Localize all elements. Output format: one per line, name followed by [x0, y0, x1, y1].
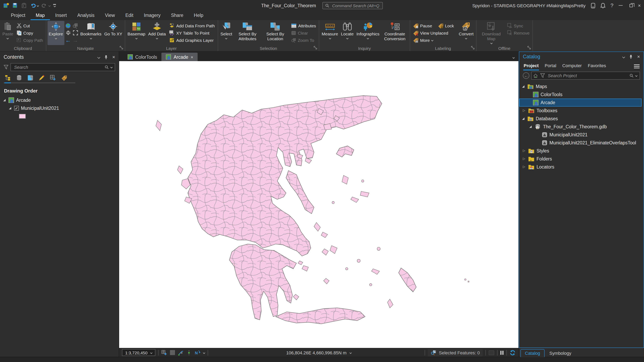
basemap-button[interactable]: Basemap	[126, 21, 147, 45]
next-extent-button[interactable]: →	[72, 37, 79, 43]
save-project-as-icon[interactable]	[12, 2, 18, 8]
clear-selection-status-icon[interactable]	[489, 350, 494, 355]
catalog-item-toolboxes[interactable]: ▷ Toolboxes	[519, 107, 642, 115]
more-labeling-button[interactable]: More	[411, 37, 456, 43]
select-button[interactable]: Select	[219, 21, 233, 45]
catalog-item-locators[interactable]: ▷ Locators	[519, 163, 642, 171]
notifications-bell-icon[interactable]	[600, 2, 605, 8]
add-graphics-layer-button[interactable]: Add Graphics Layer	[168, 37, 216, 43]
command-search-input[interactable]	[331, 2, 380, 8]
copy-path-button[interactable]: Copy Path	[15, 37, 45, 43]
restore-button[interactable]	[630, 4, 633, 7]
tab-insert[interactable]: Insert	[50, 11, 72, 20]
undo-button[interactable]	[30, 2, 39, 8]
expander-icon[interactable]	[3, 99, 6, 101]
search-options-icon[interactable]	[110, 66, 112, 68]
close-view-icon[interactable]: ×	[191, 54, 194, 59]
paste-button[interactable]: Paste	[1, 21, 14, 45]
north-rotation-icon[interactable]: N	[194, 350, 201, 355]
package-project-icon[interactable]	[21, 2, 27, 8]
locate-button[interactable]: Locate	[340, 21, 355, 45]
customize-qat-button[interactable]	[53, 4, 56, 7]
new-map-grid-icon[interactable]	[162, 350, 167, 355]
pause-labeling-button[interactable]: Pause	[411, 22, 434, 29]
add-data-button[interactable]: Add Data	[147, 21, 167, 45]
navigate-dialog-launcher-icon[interactable]	[120, 45, 123, 50]
tab-project[interactable]: Project	[6, 11, 30, 20]
measure-button[interactable]: Measure	[320, 21, 339, 45]
expander-icon[interactable]	[529, 125, 532, 128]
select-by-attributes-button[interactable]: Select By Attributes	[234, 21, 261, 45]
previous-extent-button[interactable]: ←	[64, 37, 72, 43]
view-tab-arcade[interactable]: Arcade ×	[162, 53, 198, 61]
selected-features-indicator[interactable]: Selected Features: 0	[428, 349, 482, 356]
labeling-dialog-launcher-icon[interactable]	[471, 45, 474, 50]
constraints-icon[interactable]	[186, 350, 192, 355]
layer-symbol-row[interactable]	[0, 112, 119, 120]
contents-search-input[interactable]	[13, 64, 103, 70]
tab-overflow-icon[interactable]	[512, 56, 514, 58]
layer-visibility-checkbox[interactable]: ✓	[14, 106, 19, 111]
close-panel-icon[interactable]: ×	[112, 54, 115, 60]
tab-help[interactable]: Help	[188, 11, 208, 20]
list-by-snapping-tab[interactable]	[50, 75, 56, 83]
expander-icon[interactable]: ▷	[522, 165, 526, 169]
list-by-data-source-tab[interactable]	[16, 75, 22, 83]
tab-view[interactable]: View	[100, 11, 120, 20]
bottom-tab-symbology[interactable]: Symbology	[546, 350, 575, 357]
contents-search-box[interactable]	[10, 63, 115, 71]
panel-menu-icon[interactable]	[622, 55, 625, 58]
list-by-drawing-order-tab[interactable]	[4, 75, 11, 83]
convert-labels-button[interactable]: A Convert	[458, 21, 475, 45]
list-by-selection-tab[interactable]	[27, 75, 34, 83]
expander-icon[interactable]	[522, 117, 524, 120]
expander-icon[interactable]	[522, 85, 524, 88]
remove-offline-button[interactable]: Remove	[505, 29, 531, 36]
catalog-tab-favorites[interactable]: Favorites	[588, 62, 606, 70]
expander-icon[interactable]: ▷	[522, 149, 526, 152]
catalog-item-styles[interactable]: ▷ Styles	[519, 147, 642, 155]
catalog-item-arcade[interactable]: Arcade	[519, 98, 642, 107]
view-unplaced-button[interactable]: View Unplaced	[411, 29, 456, 36]
view-tab-colortools[interactable]: ColorTools	[123, 53, 162, 61]
catalog-item-colortools[interactable]: ColorTools	[519, 90, 642, 98]
grid-view-icon[interactable]	[170, 350, 175, 355]
list-by-labeling-tab[interactable]	[61, 75, 67, 83]
catalog-search-input[interactable]	[547, 73, 628, 78]
coordinate-conversion-button[interactable]: Coordinate Conversion	[381, 21, 408, 45]
xy-table-to-point-button[interactable]: XY XY Table To Point	[168, 29, 216, 36]
selection-dialog-launcher-icon[interactable]	[314, 45, 317, 50]
sync-button[interactable]: Sync	[505, 22, 531, 29]
pin-icon[interactable]	[629, 54, 633, 59]
zoom-to-selection-button[interactable]: Zoom To	[290, 37, 318, 43]
add-data-from-path-button[interactable]: Add Data From Path	[168, 22, 216, 29]
attributes-button[interactable]: Attributes	[290, 22, 318, 29]
catalog-item-gdb[interactable]: The_Four_Color_Theorem.gdb	[519, 123, 642, 131]
lock-labels-button[interactable]: Lock	[436, 22, 456, 29]
expander-icon[interactable]: ▷	[522, 109, 526, 112]
catalog-item-maps[interactable]: Maps	[519, 82, 642, 90]
tab-imagery[interactable]: Imagery	[139, 11, 166, 20]
zoom-to-selection-nav-button[interactable]	[72, 22, 79, 29]
bookmarks-button[interactable]: Bookmarks	[79, 21, 103, 45]
catalog-menu-icon[interactable]	[634, 64, 640, 68]
tab-edit[interactable]: Edit	[120, 11, 139, 20]
copy-button[interactable]: Copy	[15, 29, 45, 36]
full-extent-button[interactable]	[64, 22, 72, 29]
bottom-tab-catalog[interactable]: Catalog	[520, 349, 544, 357]
refresh-map-icon[interactable]	[510, 350, 516, 355]
status-options-icon[interactable]	[203, 351, 205, 354]
filter-icon[interactable]	[540, 73, 545, 78]
map-canvas[interactable]	[119, 61, 518, 348]
coordinate-readout[interactable]: 106,804.26E 4,660,996.85N m	[286, 350, 352, 355]
save-project-icon[interactable]	[3, 2, 9, 8]
go-to-xy-button[interactable]: Go To XY	[103, 21, 124, 45]
close-panel-icon[interactable]: ×	[637, 54, 640, 59]
explore-button[interactable]: Explore	[48, 21, 64, 45]
select-by-location-button[interactable]: Select By Location	[262, 21, 289, 45]
catalog-search-box[interactable]	[531, 72, 640, 80]
download-map-button[interactable]: Download Map	[478, 21, 505, 45]
layer-symbol-swatch[interactable]	[19, 114, 26, 119]
pin-icon[interactable]	[104, 55, 108, 59]
back-navigation-icon[interactable]: ←	[523, 72, 529, 79]
